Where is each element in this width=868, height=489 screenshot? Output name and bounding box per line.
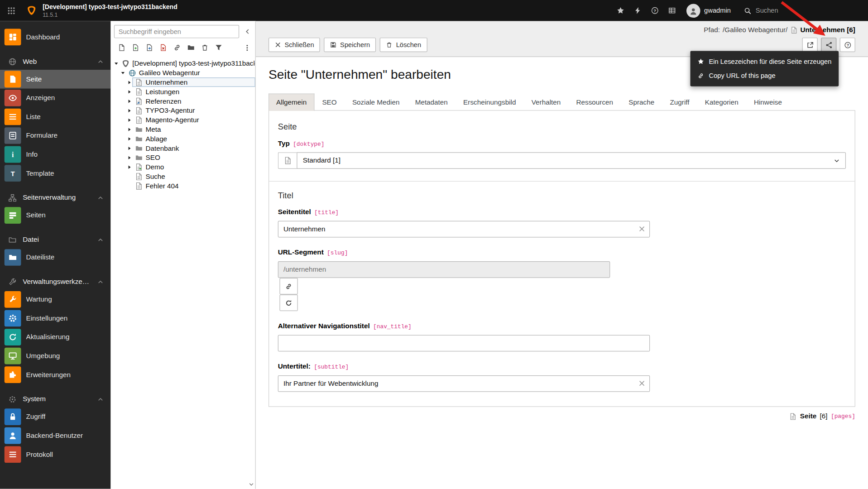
subtitle-input[interactable] (278, 375, 650, 392)
tree-node[interactable]: Demo (111, 162, 255, 172)
tab-erscheinungsbild[interactable]: Erscheinungsbild (456, 94, 524, 111)
caret-collapsed-icon[interactable] (126, 118, 132, 122)
tree-node[interactable]: Ablage (111, 134, 255, 144)
caret-collapsed-icon[interactable] (126, 80, 132, 85)
tab-sprache[interactable]: Sprache (621, 94, 662, 111)
caret-expanded-icon[interactable] (120, 71, 125, 75)
tree-node[interactable]: Suche (111, 172, 255, 181)
sidebar-item-dashboard[interactable]: Dashboard (0, 28, 111, 47)
typo3-logo-icon (27, 5, 37, 15)
tab-verhalten[interactable]: Verhalten (524, 94, 569, 111)
save-button[interactable]: Speichern (324, 38, 376, 52)
sidebar-item-umgebung[interactable]: Umgebung (0, 346, 111, 365)
caret-collapsed-icon[interactable] (126, 99, 132, 103)
tree-node[interactable]: Magento-Agentur (111, 115, 255, 125)
delete-button[interactable]: Löschen (380, 38, 427, 52)
seitentitel-input[interactable] (278, 221, 650, 238)
new-link-page-icon[interactable] (173, 44, 181, 52)
tab-seo[interactable]: SEO (314, 94, 345, 111)
sidebar-item-erweiterungen[interactable]: Erweiterungen (0, 365, 111, 384)
clear-cache-toolbar-button[interactable] (629, 0, 646, 21)
caret-collapsed-icon[interactable] (126, 127, 132, 132)
delete-page-icon[interactable] (159, 44, 167, 52)
tab-hinweise[interactable]: Hinweise (746, 94, 790, 111)
sidebar-section-web[interactable]: Web (0, 53, 111, 70)
toggle-slug-edit-button[interactable] (279, 278, 297, 295)
sidebar-item-info[interactable]: Info (0, 145, 111, 164)
doktype-select[interactable]: Standard [1] (297, 152, 846, 169)
tree-node[interactable]: Fehler 404 (111, 181, 255, 191)
caret-expanded-icon[interactable] (113, 61, 119, 66)
tree-node[interactable]: Datenbank (111, 144, 255, 153)
collapse-tree-button[interactable] (243, 28, 251, 35)
sidebar-item-aktualisierung[interactable]: Aktualisierung (0, 328, 111, 347)
sidebar-item-seiten[interactable]: Seiten (0, 206, 111, 225)
new-folder-icon[interactable] (187, 44, 195, 52)
tree-node[interactable]: Referenzen (111, 96, 255, 106)
sidebar-item-dateiliste[interactable]: Dateiliste (0, 248, 111, 267)
tab-kategorien[interactable]: Kategorien (697, 94, 746, 111)
sidebar-item-template[interactable]: Template (0, 164, 111, 183)
sidebar-section-system[interactable]: System (0, 391, 111, 408)
system-information-toolbar-button[interactable] (663, 0, 681, 21)
view-webpage-button[interactable] (802, 38, 818, 52)
path-value: /Galileo Webagentur/ (723, 26, 787, 34)
tree-search-input[interactable] (114, 25, 239, 38)
close-button[interactable]: Schließen (269, 38, 320, 52)
tree-node[interactable]: Galileo Webagentur (111, 68, 255, 77)
sidebar-section-datei[interactable]: Datei (0, 231, 111, 248)
sidebar-item-protokoll[interactable]: Protokoll (0, 445, 111, 464)
help-button[interactable] (840, 38, 855, 52)
help-toolbar-button[interactable] (646, 0, 663, 21)
sidebar-item-liste[interactable]: Liste (0, 107, 111, 126)
tab-metadaten[interactable]: Metadaten (408, 94, 456, 111)
caret-collapsed-icon[interactable] (126, 108, 132, 113)
tree-node[interactable]: Leistungen (111, 87, 255, 96)
more-options-icon[interactable] (244, 44, 251, 51)
nav-title-input[interactable] (278, 335, 650, 352)
new-shortcut-page-icon[interactable] (146, 44, 153, 52)
sidebar-item-einstellungen[interactable]: Einstellungen (0, 309, 111, 328)
scroll-down-icon[interactable] (249, 482, 254, 487)
tree-node[interactable]: TYPO3-Agentur (111, 106, 255, 115)
new-page-plus-icon[interactable] (132, 44, 139, 52)
tab-zugriff[interactable]: Zugriff (662, 94, 697, 111)
caret-collapsed-icon[interactable] (126, 136, 132, 141)
maintenance-module-icon (5, 291, 21, 308)
list-module-icon (5, 109, 21, 125)
caret-collapsed-icon[interactable] (126, 155, 132, 160)
recalculate-slug-button[interactable] (279, 294, 297, 311)
tab-allgemein[interactable]: Allgemein (269, 94, 314, 111)
bookmark-menu-item[interactable]: Ein Lesezeichen für diese Seite erzeugen (690, 54, 839, 69)
tree-node-root[interactable]: [Development] typo3-test-jwtypo311backen… (111, 59, 255, 68)
sidebar-item-anzeigen[interactable]: Anzeigen (0, 89, 111, 108)
user-menu-button[interactable]: gwadmin (681, 4, 737, 18)
sidebar-item-backend-benutzer[interactable]: Backend-Benutzer (0, 426, 111, 445)
global-search-button[interactable]: Suchen (737, 7, 785, 14)
sidebar-item-wartung[interactable]: Wartung (0, 290, 111, 309)
tab-soziale-medien[interactable]: Soziale Medien (345, 94, 408, 111)
caret-collapsed-icon[interactable] (126, 146, 132, 150)
seitentitel-label: Seitentitel (278, 208, 311, 216)
caret-collapsed-icon[interactable] (126, 89, 132, 94)
tree-node-selected[interactable]: Unternehmen (111, 77, 255, 87)
sidebar-section-verwaltungswerkzeuge[interactable]: Verwaltungswerkzeuge (0, 273, 111, 290)
typo3-logo[interactable] (22, 0, 41, 21)
trash-icon[interactable] (201, 44, 209, 52)
clear-input-icon[interactable] (638, 225, 646, 233)
bookmark-toolbar-button[interactable] (612, 0, 629, 21)
tree-node[interactable]: Meta (111, 125, 255, 134)
copy-url-menu-item[interactable]: Copy URL of this page (690, 69, 839, 83)
caret-collapsed-icon[interactable] (126, 165, 132, 169)
tree-node[interactable]: SEO (111, 153, 255, 162)
share-button[interactable] (821, 38, 836, 52)
clear-input-icon[interactable] (638, 380, 646, 387)
sidebar-item-seite[interactable]: Seite (0, 70, 111, 89)
tab-ressourcen[interactable]: Ressourcen (568, 94, 621, 111)
sidebar-item-formulare[interactable]: Formulare (0, 126, 111, 145)
module-menu-toggle-button[interactable] (0, 0, 22, 21)
filter-icon[interactable] (215, 44, 222, 52)
new-page-icon[interactable] (118, 44, 125, 52)
sidebar-section-seitenverwaltung[interactable]: Seitenverwaltung (0, 189, 111, 206)
sidebar-item-zugriff[interactable]: Zugriff (0, 408, 111, 427)
